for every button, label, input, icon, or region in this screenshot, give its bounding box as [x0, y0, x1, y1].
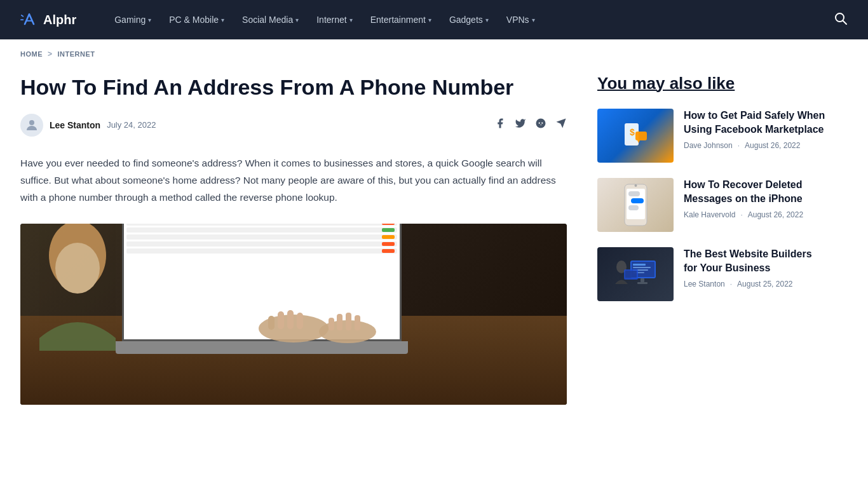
facebook-share-icon[interactable] — [494, 118, 506, 132]
svg-rect-9 — [329, 318, 334, 330]
svg-rect-10 — [337, 314, 342, 330]
article-intro: Have you ever needed to find someone's a… — [20, 154, 567, 206]
meta-dot-3: · — [730, 280, 732, 288]
chevron-down-icon: ▾ — [221, 17, 224, 24]
svg-point-2 — [536, 119, 546, 128]
reddit-share-icon[interactable] — [535, 118, 546, 132]
related-author-3: Lee Stanton — [684, 280, 725, 288]
meta-dot-1: · — [738, 141, 740, 150]
related-date-2: August 26, 2022 — [748, 210, 803, 219]
breadcrumb-separator: > — [48, 50, 53, 58]
chevron-down-icon: ▾ — [148, 17, 151, 24]
page-layout: How To Find An Address From A Phone Numb… — [0, 64, 868, 405]
related-card-3: The Best Website Builders for Your Busin… — [597, 247, 826, 301]
related-date-1: August 26, 2022 — [745, 141, 800, 150]
nav-item-pc-mobile[interactable]: PC & Mobile ▾ — [161, 10, 232, 30]
svg-point-25 — [634, 184, 637, 187]
sidebar-section-title: You may also like — [597, 74, 826, 93]
logo-text: Alphr — [43, 13, 76, 27]
telegram-share-icon[interactable] — [555, 118, 567, 132]
related-card-1: $ How to Get Paid Safely When Using Face… — [597, 109, 826, 163]
related-date-3: August 25, 2022 — [737, 280, 792, 288]
article-hero-image — [20, 224, 567, 405]
article-date: July 24, 2022 — [107, 120, 156, 130]
related-author-1: Dave Johnson — [684, 141, 733, 150]
svg-rect-8 — [297, 313, 303, 329]
svg-rect-22 — [628, 191, 640, 196]
svg-text:$: $ — [630, 127, 635, 137]
related-thumb-3[interactable] — [597, 247, 674, 301]
nav-item-gadgets[interactable]: Gadgets ▾ — [442, 10, 496, 30]
svg-rect-18 — [635, 132, 647, 140]
nav-item-internet[interactable]: Internet ▾ — [309, 10, 360, 30]
svg-rect-7 — [287, 310, 294, 329]
sidebar: You may also like $ — [597, 64, 826, 405]
person-silhouette — [27, 224, 141, 351]
article-main: How To Find An Address From A Phone Numb… — [20, 64, 567, 405]
svg-point-14 — [55, 243, 100, 294]
meta-left: Lee Stanton July 24, 2022 — [20, 114, 156, 137]
breadcrumb-current[interactable]: INTERNET — [58, 50, 95, 58]
svg-rect-11 — [346, 313, 351, 330]
nav-item-social-media[interactable]: Social Media ▾ — [234, 10, 306, 30]
svg-rect-5 — [268, 316, 275, 330]
nav-links: Gaming ▾ PC & Mobile ▾ Social Media ▾ In… — [107, 10, 834, 30]
author-name[interactable]: Lee Stanton — [50, 120, 100, 130]
svg-rect-34 — [637, 282, 648, 284]
related-meta-2: Kale Havervold · August 26, 2022 — [684, 210, 826, 219]
related-thumb-1[interactable]: $ — [597, 109, 674, 163]
avatar — [20, 114, 43, 137]
article-meta: Lee Stanton July 24, 2022 — [20, 114, 567, 137]
hands-illustration — [255, 300, 383, 344]
svg-point-1 — [29, 120, 34, 125]
social-share-icons — [494, 118, 567, 132]
nav-item-entertainment[interactable]: Entertainment ▾ — [363, 10, 439, 30]
chevron-down-icon: ▾ — [428, 17, 431, 24]
related-author-2: Kale Havervold — [684, 210, 735, 219]
avatar-icon — [24, 118, 39, 133]
chevron-down-icon: ▾ — [349, 17, 353, 24]
chevron-down-icon: ▾ — [295, 17, 299, 24]
related-card-2: How To Recover Deleted Messages on the i… — [597, 178, 826, 232]
nav-item-vpns[interactable]: VPNs ▾ — [499, 10, 543, 30]
related-info-1: How to Get Paid Safely When Using Facebo… — [684, 109, 826, 150]
related-title-3[interactable]: The Best Website Builders for Your Busin… — [684, 247, 826, 274]
svg-rect-33 — [641, 278, 644, 282]
related-title-2[interactable]: How To Recover Deleted Messages on the i… — [684, 178, 826, 205]
breadcrumb: HOME > INTERNET — [0, 39, 868, 64]
fb-marketplace-icon: $ — [620, 120, 651, 152]
search-icon — [834, 11, 848, 25]
chevron-down-icon: ▾ — [485, 17, 489, 24]
navigation: Alphr Gaming ▾ PC & Mobile ▾ Social Medi… — [0, 0, 868, 39]
website-builder-icon — [610, 255, 661, 294]
related-thumb-2[interactable] — [597, 178, 674, 232]
logo[interactable]: Alphr — [20, 11, 76, 29]
related-meta-3: Lee Stanton · August 25, 2022 — [684, 280, 826, 288]
svg-rect-12 — [355, 315, 360, 330]
svg-rect-23 — [631, 198, 644, 203]
iphone-messages-icon — [618, 181, 653, 229]
article-title: How To Find An Address From A Phone Numb… — [20, 74, 567, 101]
chevron-down-icon: ▾ — [532, 17, 535, 24]
svg-rect-24 — [628, 205, 639, 210]
related-info-3: The Best Website Builders for Your Busin… — [684, 247, 826, 288]
breadcrumb-home[interactable]: HOME — [20, 50, 43, 58]
svg-rect-36 — [625, 271, 637, 278]
meta-dot-2: · — [740, 210, 742, 219]
svg-rect-6 — [278, 311, 284, 329]
nav-item-gaming[interactable]: Gaming ▾ — [107, 10, 159, 30]
related-info-2: How To Recover Deleted Messages on the i… — [684, 178, 826, 219]
search-button[interactable] — [834, 11, 848, 29]
related-meta-1: Dave Johnson · August 26, 2022 — [684, 141, 826, 150]
svg-rect-29 — [633, 264, 646, 266]
logo-icon — [20, 11, 38, 29]
twitter-share-icon[interactable] — [515, 118, 526, 132]
related-title-1[interactable]: How to Get Paid Safely When Using Facebo… — [684, 109, 826, 136]
svg-rect-30 — [633, 267, 651, 268]
